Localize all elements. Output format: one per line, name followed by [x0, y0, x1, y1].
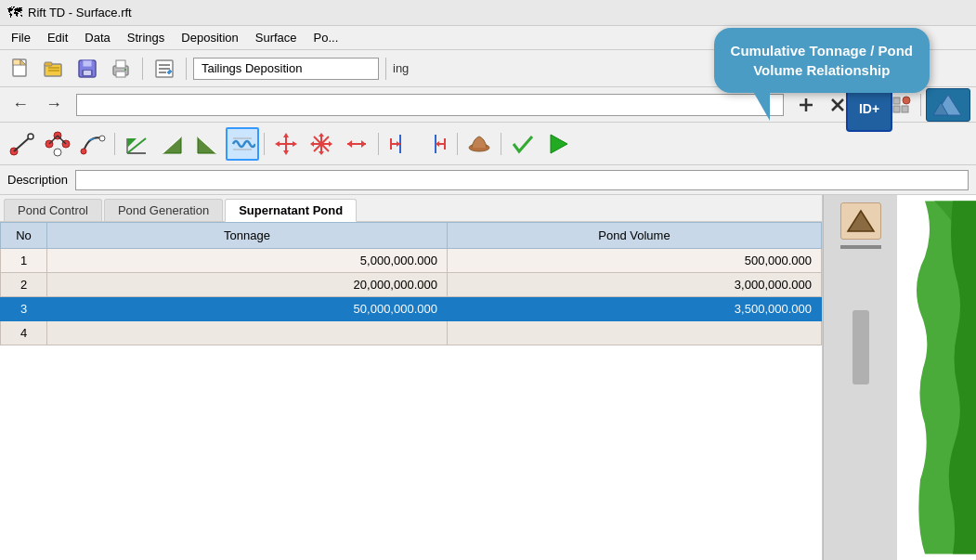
cell-tonnage-2[interactable]: 20,000,000.000: [47, 273, 448, 297]
cell-tonnage-4[interactable]: [47, 321, 448, 345]
curve-tool-button[interactable]: [76, 127, 110, 161]
cell-tonnage-1[interactable]: 5,000,000.000: [47, 249, 448, 273]
table-row[interactable]: 2 20,000,000.000 3,000,000.000: [1, 273, 822, 297]
svg-point-46: [99, 136, 105, 141]
scrollbar-thumb[interactable]: [852, 310, 869, 384]
grade-tool-icon: [124, 131, 150, 157]
print-button[interactable]: [106, 55, 136, 83]
svg-marker-61: [275, 141, 280, 147]
print-icon: [110, 58, 132, 80]
slope2-tool-icon: [194, 131, 220, 157]
menu-surface[interactable]: Surface: [248, 29, 305, 46]
tb-sep4: [920, 94, 921, 116]
new-button[interactable]: [6, 55, 35, 83]
table-container: No Tonnage Pond Volume 1 5,000,000.000 5…: [0, 222, 822, 560]
cross-tool-icon: [308, 131, 334, 157]
tab-pond-generation[interactable]: Pond Generation: [104, 199, 223, 221]
terrain-map: [897, 195, 976, 560]
description-input[interactable]: [75, 170, 969, 190]
svg-rect-32: [893, 106, 900, 112]
svg-marker-83: [551, 135, 567, 153]
cell-tonnage-3[interactable]: 50,000,000.000: [47, 297, 448, 321]
wave-tool-button[interactable]: [226, 127, 259, 161]
table-row[interactable]: 1 5,000,000.000 500,000.000: [1, 249, 822, 273]
cell-pond-volume-4[interactable]: [447, 321, 821, 345]
edit-button[interactable]: [150, 55, 179, 83]
toolbar-separator3: [385, 58, 386, 80]
cell-pond-volume-2[interactable]: 3,000,000.000: [447, 273, 821, 297]
description-label: Description: [7, 173, 68, 187]
plus-icon: [796, 95, 816, 115]
arrow-tool-icon: [344, 131, 370, 157]
cell-pond-volume-3[interactable]: 3,500,000.000: [447, 297, 821, 321]
nodes-tool-icon: [45, 131, 71, 157]
window-title: Rift TD - Surface.rft: [28, 6, 132, 20]
table-row[interactable]: 3 50,000,000.000 3,500,000.000: [1, 297, 822, 321]
callout-bubble: Cumulative Tonnage / Pond Volume Relatio…: [714, 28, 930, 93]
toolbar-separator: [142, 58, 143, 80]
fence-tool-button[interactable]: [419, 127, 452, 161]
slope-tool-icon: [159, 131, 185, 157]
slope2-tool-button[interactable]: [190, 127, 224, 161]
svg-point-31: [903, 97, 910, 104]
split-tool-button[interactable]: [384, 127, 417, 161]
grade-tool-button[interactable]: [120, 127, 153, 161]
save-button[interactable]: [72, 55, 102, 83]
menu-file[interactable]: File: [4, 29, 38, 46]
tool-sep4: [457, 133, 458, 155]
slope-tool-button[interactable]: [155, 127, 189, 161]
terrain-toolbar-button[interactable]: [926, 88, 970, 122]
nodes-tool-button[interactable]: [41, 127, 74, 161]
menu-deposition[interactable]: Deposition: [174, 29, 245, 46]
cross-tool-button[interactable]: [305, 127, 338, 161]
svg-marker-73: [347, 140, 352, 148]
callout-line2: Volume Relationship: [753, 62, 890, 78]
svg-point-14: [124, 69, 126, 71]
mound-tool-icon: [466, 131, 492, 157]
mound-tool-button[interactable]: [462, 127, 496, 161]
move-tool-button[interactable]: [269, 127, 303, 161]
edit-icon: [153, 58, 176, 80]
cell-pond-volume-1[interactable]: 500,000.000: [447, 249, 821, 273]
menu-strings[interactable]: Strings: [120, 29, 172, 46]
terrain-panel-button[interactable]: [840, 202, 881, 240]
menu-edit[interactable]: Edit: [40, 29, 75, 46]
split-tool-icon: [387, 131, 413, 157]
document-name[interactable]: Tailings Deposition: [193, 58, 379, 80]
tab-supernatant-pond[interactable]: Supernatant Pond: [225, 199, 357, 222]
new-icon: [9, 58, 32, 80]
curve-tool-icon: [80, 131, 106, 157]
arrow-tool-button[interactable]: [340, 127, 373, 161]
address-input[interactable]: [77, 95, 783, 115]
menu-more[interactable]: Po...: [306, 29, 346, 46]
add-button[interactable]: [791, 91, 821, 119]
svg-rect-10: [84, 71, 91, 75]
cell-no-3: 3: [1, 297, 47, 321]
line-tool-button[interactable]: [6, 127, 39, 161]
address-box[interactable]: [76, 94, 784, 116]
svg-rect-30: [893, 98, 900, 104]
description-row: Description: [0, 165, 976, 195]
svg-line-47: [89, 138, 95, 140]
id-label: ID+: [859, 102, 879, 115]
svg-rect-13: [116, 72, 125, 77]
forward-button[interactable]: →: [39, 92, 69, 117]
svg-point-45: [81, 149, 86, 154]
tab-pond-control[interactable]: Pond Control: [4, 199, 102, 221]
table-row[interactable]: 4: [1, 321, 822, 345]
app-icon: 🗺: [7, 5, 22, 21]
main-area: Pond Control Pond Generation Supernatant…: [0, 195, 976, 560]
play-tool-icon: [545, 131, 571, 157]
menu-data[interactable]: Data: [77, 29, 117, 46]
play-tool-button[interactable]: [541, 127, 575, 161]
svg-marker-70: [329, 141, 332, 147]
svg-line-43: [49, 136, 58, 144]
back-button[interactable]: ←: [6, 92, 35, 117]
open-button[interactable]: [39, 55, 69, 83]
more-label: ing: [393, 61, 409, 75]
svg-line-44: [58, 136, 66, 144]
terrain-icon: [931, 91, 965, 119]
check-tool-button[interactable]: [506, 127, 540, 161]
svg-rect-12: [116, 60, 125, 68]
tool-sep5: [501, 133, 501, 155]
